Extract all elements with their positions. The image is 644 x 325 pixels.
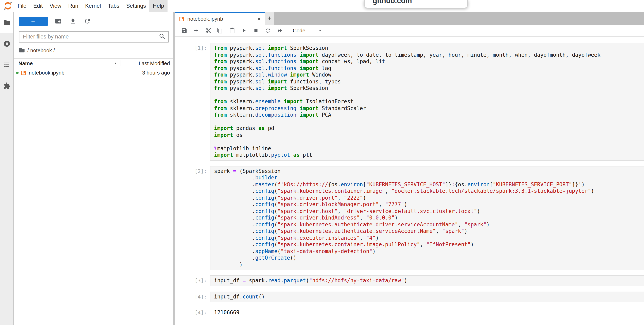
cell-input-prompt: [2]: <box>175 166 210 270</box>
cell-type-dropdown[interactable]: Code <box>293 27 305 34</box>
plus-icon <box>193 27 199 34</box>
notebook-file-icon <box>179 16 184 22</box>
file-browser-toolbar: + <box>14 12 173 26</box>
cell-input-prompt: [3]: <box>175 275 210 286</box>
add-cell-button[interactable] <box>192 26 200 35</box>
copy-cell-button[interactable] <box>216 26 224 35</box>
run-icon <box>241 27 247 34</box>
cell-editor[interactable]: from pyspark.sql import SparkSessionfrom… <box>210 43 644 161</box>
interrupt-kernel-button[interactable] <box>251 26 260 35</box>
new-tab-button[interactable] <box>265 12 274 25</box>
run-cell-button[interactable] <box>239 26 248 35</box>
menu-tabs[interactable]: Tabs <box>104 0 123 12</box>
tab-label: notebook.ipynb <box>187 16 256 22</box>
file-name: notebook.ipynb <box>29 70 116 76</box>
notebook-file-icon <box>21 70 26 76</box>
dock-tab-bar: notebook.ipynb <box>175 12 644 25</box>
sort-ascending-icon: ▲ <box>114 61 117 65</box>
search-icon <box>158 33 166 40</box>
code-cell[interactable]: [3]:input_df = spark.read.parquet("hdfs:… <box>175 275 644 286</box>
new-launcher-button[interactable]: + <box>18 17 48 26</box>
scissors-icon <box>205 27 211 34</box>
fast-forward-icon <box>276 27 283 34</box>
panel-splitter[interactable] <box>173 12 175 325</box>
cell-editor[interactable]: spark = (SparkSession .builder .master(f… <box>210 166 644 270</box>
paste-cell-button[interactable] <box>228 26 236 35</box>
menu-help[interactable]: Help <box>149 0 168 12</box>
github-popup-text: github.com <box>373 0 412 5</box>
save-button[interactable] <box>180 26 188 35</box>
cut-cell-button[interactable] <box>204 26 212 35</box>
breadcrumb-path: / notebook / <box>27 47 55 53</box>
notebook-toolbar: Code <box>175 25 644 37</box>
list-icon <box>3 61 10 68</box>
file-browser-panel: + / notebook / <box>14 12 173 325</box>
file-modified: 3 hours ago <box>116 70 173 76</box>
menu-run[interactable]: Run <box>65 0 82 12</box>
save-icon <box>181 27 187 34</box>
sidebar-tab-files[interactable] <box>0 12 13 33</box>
menu-settings[interactable]: Settings <box>123 0 150 12</box>
menu-kernel[interactable]: Kernel <box>82 0 104 12</box>
tab-notebook[interactable]: notebook.ipynb <box>175 12 265 25</box>
upload-icon <box>69 18 76 25</box>
sidebar-tab-extensions[interactable] <box>0 75 13 96</box>
column-header-name[interactable]: Name ▲ <box>14 60 120 66</box>
paste-icon <box>229 27 235 34</box>
plus-icon <box>267 16 272 21</box>
code-cell[interactable]: [2]:spark = (SparkSession .builder .mast… <box>175 166 644 270</box>
cell-editor[interactable]: input_df = spark.read.parquet("hdfs://hd… <box>210 275 644 286</box>
folder-icon <box>18 47 25 54</box>
copy-icon <box>217 27 223 34</box>
column-header-modified[interactable]: Last Modified <box>120 60 173 66</box>
folder-icon <box>3 19 10 26</box>
cell-input-prompt: [4]: <box>175 291 210 302</box>
upload-button[interactable] <box>68 17 77 25</box>
refresh-icon <box>84 18 91 25</box>
cell-editor[interactable]: input_df.count() <box>210 291 644 302</box>
menu-file[interactable]: File <box>14 0 30 12</box>
stop-circle-icon <box>3 40 10 47</box>
code-cell[interactable]: [1]:from pyspark.sql import SparkSession… <box>175 43 644 161</box>
github-popup: github.com <box>364 0 468 8</box>
file-list-header: Name ▲ Last Modified <box>14 58 173 68</box>
cell-type-dropdown-arrow[interactable] <box>318 28 322 33</box>
cell-output: [4]:12106669 <box>175 307 644 316</box>
cell-output-prompt: [4]: <box>175 307 210 316</box>
menu-edit[interactable]: Edit <box>30 0 46 12</box>
notebook-cells[interactable]: [1]:from pyspark.sql import SparkSession… <box>175 37 644 325</box>
restart-kernel-button[interactable] <box>263 26 272 35</box>
kernel-running-dot <box>16 72 18 74</box>
tab-close-button[interactable] <box>256 16 262 22</box>
code-cell[interactable]: [4]:input_df.count() <box>175 291 644 302</box>
cell-output-value: 12106669 <box>210 307 239 316</box>
dock-panel: notebook.ipynb <box>175 12 644 325</box>
new-folder-icon <box>54 18 62 25</box>
stop-icon <box>253 27 259 34</box>
chevron-down-icon <box>318 28 322 33</box>
sidebar-tab-running[interactable] <box>0 33 13 54</box>
breadcrumb[interactable]: / notebook / <box>18 47 173 54</box>
filter-files-input[interactable] <box>18 31 168 43</box>
new-folder-button[interactable] <box>54 17 62 25</box>
sidebar-tab-toc[interactable] <box>0 54 13 75</box>
restart-run-all-button[interactable] <box>275 26 284 35</box>
refresh-button[interactable] <box>83 17 91 25</box>
menu-view[interactable]: View <box>46 0 65 12</box>
menu-bar: File Edit View Run Kernel Tabs Settings … <box>0 0 644 12</box>
puzzle-icon <box>3 82 10 89</box>
left-sidebar-strip <box>0 12 14 325</box>
stackable-logo-icon <box>3 1 12 11</box>
file-row[interactable]: notebook.ipynb 3 hours ago <box>14 68 173 77</box>
jupyterlab-window: File Edit View Run Kernel Tabs Settings … <box>0 0 644 325</box>
close-icon <box>256 17 262 21</box>
cell-input-prompt: [1]: <box>175 43 210 161</box>
restart-icon <box>265 27 271 34</box>
